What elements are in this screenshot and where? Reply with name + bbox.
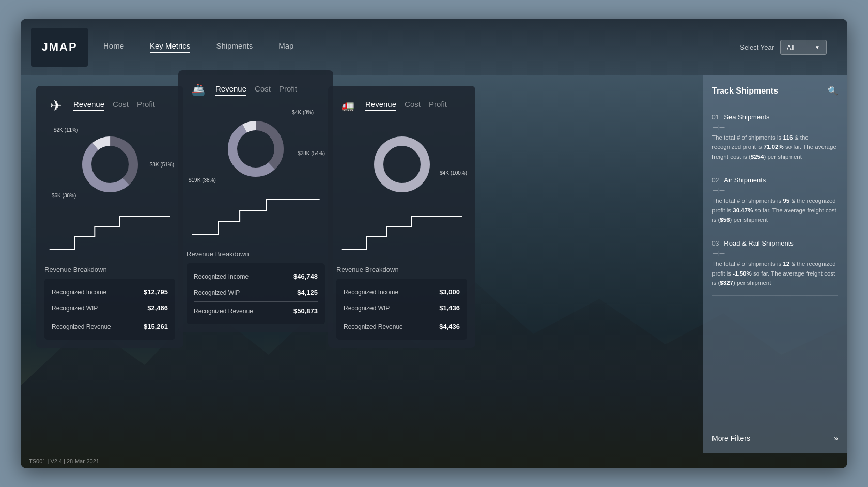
donut-sea-label-3: $19K (38%)	[189, 177, 216, 183]
donut-air: $2K (11%) $8K (51%) $6K (38%)	[44, 123, 175, 206]
breakdown-row-air-total: Recognized Revenue $15,261	[52, 317, 168, 334]
year-dropdown[interactable]: All ▼	[780, 40, 827, 55]
year-label: Select Year	[740, 43, 774, 51]
breakdown-row-sea-2: Recognized WIP $4,125	[194, 284, 318, 300]
shipment-icon-2: —|—	[713, 187, 838, 193]
truck-icon: 🚛	[336, 94, 359, 117]
cards-area: ✈ Revenue Cost Profit	[36, 75, 703, 453]
tab-air-revenue[interactable]: Revenue	[73, 100, 104, 111]
tab-air-cost[interactable]: Cost	[113, 100, 129, 111]
right-panel: Track Shipments 🔍 01 Sea Shipments —|— T…	[703, 75, 847, 453]
card-truck-tabs: Revenue Cost Profit	[365, 100, 447, 111]
breakdown-title-sea: Revenue Breakdown	[187, 250, 325, 258]
chevron-down-icon: ▼	[815, 44, 820, 50]
shipment-icon-1: —|—	[713, 124, 838, 130]
breakdown-row-sea-1: Recognized Income $46,748	[194, 268, 318, 284]
shipment-item-2: 02 Air Shipments —|— The total # of ship…	[712, 169, 838, 232]
breakdown-row-truck-1: Recognized Income $3,000	[344, 284, 460, 300]
shipment-num-row-1: 01 Sea Shipments	[712, 113, 838, 121]
card-sea-tabs: Revenue Cost Profit	[215, 84, 297, 96]
card-sea: 🚢 Revenue Cost Profit	[178, 70, 333, 332]
breakdown-table-air: Recognized Income $12,795 Recognized WIP…	[44, 279, 175, 340]
tab-truck-cost[interactable]: Cost	[405, 100, 421, 111]
year-selector: Select Year All ▼	[740, 40, 827, 55]
shipment-desc-2: The total # of shipments is 95 & the rec…	[712, 196, 838, 224]
donut-air-label-2: $8K (51%)	[150, 162, 174, 168]
donut-sea: $4K (8%) $28K (54%) $19K (38%)	[187, 108, 325, 190]
shipment-item-3: 03 Road & Rail Shipments —|— The total #…	[712, 232, 838, 295]
navbar: JMAP Home Key Metrics Shipments Map Sele…	[21, 19, 847, 75]
nav-home[interactable]: Home	[103, 41, 124, 53]
donut-sea-label-1: $4K (8%)	[292, 110, 314, 115]
shipment-num-1: 01	[712, 114, 719, 121]
breakdown-title-air: Revenue Breakdown	[44, 266, 175, 273]
logo: JMAP	[31, 28, 88, 67]
year-value: All	[787, 43, 794, 51]
shipment-desc-1: The total # of shipments is 116 & the re…	[712, 133, 838, 161]
breakdown-value-sea-1: $46,748	[293, 272, 318, 280]
breakdown-value-air-2: $2,466	[147, 304, 168, 312]
breakdown-row-air-2: Recognized WIP $2,466	[52, 300, 168, 316]
breakdown-label-sea-2: Recognized WIP	[194, 289, 240, 296]
breakdown-value-air-total: $15,261	[144, 323, 168, 330]
tab-sea-profit[interactable]: Profit	[279, 84, 297, 96]
air-icon: ✈	[44, 94, 67, 117]
nav-shipments[interactable]: Shipments	[216, 41, 253, 53]
nav-links: Home Key Metrics Shipments Map	[103, 41, 740, 53]
breakdown-label-sea-1: Recognized Income	[194, 273, 249, 280]
shipment-num-row-2: 02 Air Shipments	[712, 176, 838, 184]
donut-air-label-1: $2K (11%)	[54, 127, 78, 133]
sea-icon: 🚢	[187, 79, 209, 101]
donut-truck-svg	[371, 133, 433, 195]
shipment-icon-3: —|—	[713, 250, 838, 256]
breakdown-label-air-1: Recognized Income	[52, 288, 106, 296]
donut-sea-label-2: $28K (54%)	[298, 150, 325, 156]
card-sea-header: 🚢 Revenue Cost Profit	[187, 79, 325, 101]
donut-truck: $4K (100%)	[336, 123, 467, 206]
breakdown-table-truck: Recognized Income $3,000 Recognized WIP …	[336, 279, 467, 340]
donut-air-label-3: $6K (38%)	[52, 193, 76, 199]
panel-header: Track Shipments 🔍	[712, 86, 838, 96]
step-chart-air	[44, 206, 175, 257]
tab-sea-cost[interactable]: Cost	[255, 84, 271, 96]
breakdown-value-truck-total: $4,436	[439, 323, 460, 330]
breakdown-label-truck-total: Recognized Revenue	[344, 323, 403, 330]
shipment-desc-3: The total # of shipments is 12 & the rec…	[712, 259, 838, 287]
card-truck: 🚛 Revenue Cost Profit $4K (100%)	[328, 86, 475, 348]
shipment-name-1: Sea Shipments	[724, 113, 769, 121]
more-filters-label: More Filters	[712, 434, 750, 443]
breakdown-row-truck-total: Recognized Revenue $4,436	[344, 317, 460, 334]
logo-text: JMAP	[41, 40, 77, 54]
shipment-name-3: Road & Rail Shipments	[724, 239, 793, 247]
nav-map[interactable]: Map	[278, 41, 293, 53]
breakdown-label-air-2: Recognized WIP	[52, 305, 98, 312]
search-icon[interactable]: 🔍	[828, 86, 838, 96]
donut-truck-label-1: $4K (100%)	[440, 170, 467, 176]
nav-key-metrics[interactable]: Key Metrics	[150, 41, 190, 53]
shipment-num-2: 02	[712, 177, 719, 184]
breakdown-row-sea-total: Recognized Revenue $50,873	[194, 301, 318, 319]
tab-air-profit[interactable]: Profit	[137, 100, 155, 111]
breakdown-value-truck-2: $1,436	[439, 304, 460, 312]
breakdown-value-air-1: $12,795	[144, 288, 168, 296]
breakdown-title-truck: Revenue Breakdown	[336, 266, 467, 273]
svg-point-8	[379, 141, 425, 188]
tab-truck-profit[interactable]: Profit	[429, 100, 447, 111]
breakdown-label-truck-1: Recognized Income	[344, 288, 398, 296]
breakdown-value-sea-total: $50,873	[293, 307, 318, 315]
shipment-num-row-3: 03 Road & Rail Shipments	[712, 239, 838, 247]
card-air-tabs: Revenue Cost Profit	[73, 100, 155, 111]
tab-sea-revenue[interactable]: Revenue	[215, 84, 246, 96]
breakdown-table-sea: Recognized Income $46,748 Recognized WIP…	[187, 263, 325, 324]
card-truck-header: 🚛 Revenue Cost Profit	[336, 94, 467, 117]
footer: TS001 | V2.4 | 28-Mar-2021	[29, 458, 99, 464]
card-air-header: ✈ Revenue Cost Profit	[44, 94, 175, 117]
main-content: ✈ Revenue Cost Profit	[21, 75, 847, 453]
tab-truck-revenue[interactable]: Revenue	[365, 100, 396, 111]
step-chart-truck	[336, 206, 467, 257]
shipment-name-2: Air Shipments	[724, 176, 766, 184]
more-filters-button[interactable]: More Filters »	[712, 426, 838, 443]
shipment-item-1: 01 Sea Shipments —|— The total # of ship…	[712, 106, 838, 169]
step-chart-sea	[187, 190, 325, 242]
breakdown-row-truck-2: Recognized WIP $1,436	[344, 300, 460, 316]
